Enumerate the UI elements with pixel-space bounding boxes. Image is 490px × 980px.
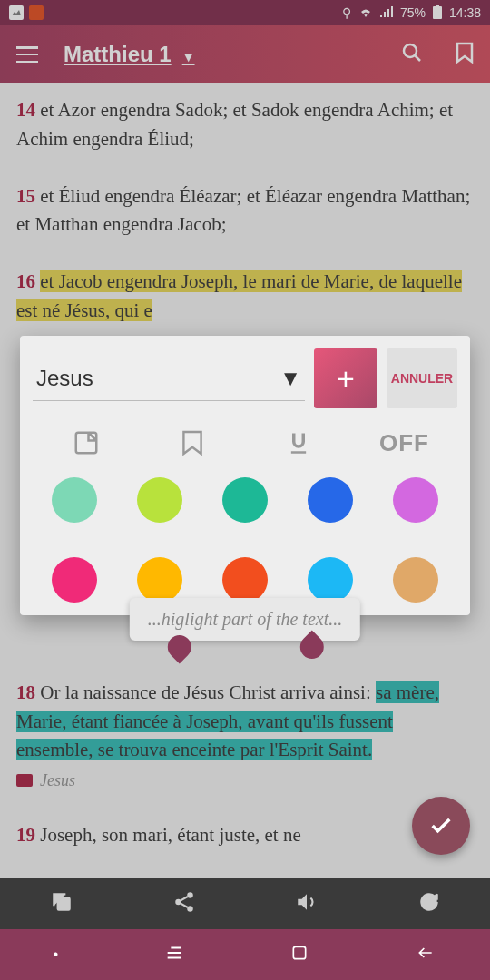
color-orange[interactable]: [222, 557, 268, 603]
bookmark-tool-button[interactable]: [174, 425, 211, 461]
nav-home[interactable]: [290, 944, 309, 965]
cancel-button[interactable]: ANNULER: [387, 348, 457, 408]
system-nav-bar: •: [0, 929, 490, 980]
color-yellow[interactable]: [137, 557, 182, 603]
color-pink[interactable]: [52, 557, 97, 603]
off-button[interactable]: OFF: [387, 425, 423, 461]
confirm-fab[interactable]: [412, 797, 470, 855]
note-button[interactable]: [68, 425, 104, 461]
color-palette: [33, 477, 457, 603]
underline-button[interactable]: [280, 425, 317, 461]
color-tan[interactable]: [393, 557, 438, 603]
color-teal[interactable]: [222, 477, 268, 523]
nav-dot[interactable]: •: [54, 946, 59, 963]
color-sky[interactable]: [308, 557, 353, 603]
tag-dropdown[interactable]: Jesus ▼: [33, 357, 305, 401]
svg-rect-8: [75, 433, 96, 454]
color-mint[interactable]: [52, 477, 97, 523]
color-blue[interactable]: [308, 477, 353, 523]
color-purple[interactable]: [393, 477, 438, 523]
highlight-dialog: Jesus ▼ + ANNULER OFF ...higlight part o…: [20, 336, 470, 615]
svg-rect-13: [294, 946, 306, 958]
toast-message: ...higlight part of the text...: [130, 598, 360, 641]
copy-button[interactable]: [50, 890, 74, 917]
svg-point-11: [175, 899, 181, 906]
svg-point-10: [187, 892, 193, 898]
refresh-button[interactable]: [417, 890, 441, 917]
add-button[interactable]: +: [314, 348, 377, 408]
svg-point-12: [187, 906, 193, 912]
audio-button[interactable]: [295, 890, 318, 917]
share-button[interactable]: [172, 890, 196, 917]
nav-back[interactable]: [415, 944, 436, 965]
nav-recents[interactable]: [164, 943, 184, 966]
chevron-down-icon: ▼: [279, 366, 301, 391]
color-lime[interactable]: [137, 477, 182, 523]
action-bar: [0, 878, 490, 929]
